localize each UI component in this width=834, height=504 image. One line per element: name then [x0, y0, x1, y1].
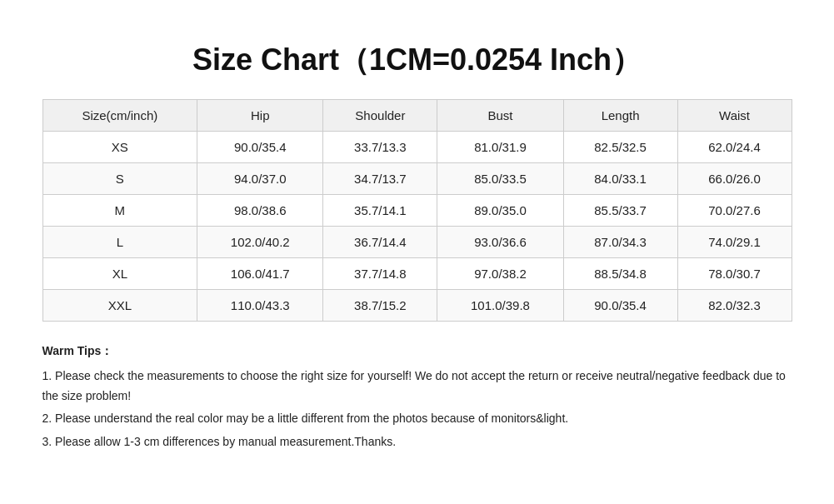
table-cell: 84.0/33.1 [563, 163, 677, 195]
table-cell: S [42, 163, 197, 195]
table-header-cell: Length [563, 100, 677, 132]
table-cell: 35.7/14.1 [323, 195, 437, 227]
table-row: M98.0/38.635.7/14.189.0/35.085.5/33.770.… [42, 195, 792, 227]
table-cell: 37.7/14.8 [323, 258, 437, 290]
table-header-row: Size(cm/inch)HipShoulderBustLengthWaist [42, 100, 792, 132]
table-row: XXL110.0/43.338.7/15.2101.0/39.890.0/35.… [42, 290, 792, 322]
table-row: S94.0/37.034.7/13.785.0/33.584.0/33.166.… [42, 163, 792, 195]
table-cell: 33.7/13.3 [323, 132, 437, 163]
table-cell: 38.7/15.2 [323, 290, 437, 322]
table-cell: 90.0/35.4 [563, 290, 677, 322]
table-cell: 70.0/27.6 [677, 195, 792, 227]
table-cell: 89.0/35.0 [437, 195, 563, 227]
table-cell: 94.0/37.0 [197, 163, 323, 195]
warm-tip-item: 3. Please allow 1-3 cm differences by ma… [42, 432, 792, 452]
warm-tip-item: 2. Please understand the real color may … [42, 409, 792, 429]
table-cell: 88.5/34.8 [563, 258, 677, 290]
table-cell: L [42, 227, 197, 258]
table-cell: 81.0/31.9 [437, 132, 563, 163]
table-cell: 74.0/29.1 [677, 227, 792, 258]
table-header-cell: Shoulder [323, 100, 437, 132]
page-title: Size Chart（1CM=0.0254 Inch） [42, 40, 792, 81]
table-cell: 98.0/38.6 [197, 195, 323, 227]
table-cell: 87.0/34.3 [563, 227, 677, 258]
table-row: XL106.0/41.737.7/14.897.0/38.288.5/34.87… [42, 258, 792, 290]
size-chart-table: Size(cm/inch)HipShoulderBustLengthWaist … [42, 99, 792, 322]
table-cell: 66.0/26.0 [677, 163, 792, 195]
table-cell: 62.0/24.4 [677, 132, 792, 163]
table-cell: M [42, 195, 197, 227]
main-container: Size Chart（1CM=0.0254 Inch） Size(cm/inch… [17, 23, 817, 481]
warm-tips-heading: Warm Tips： [42, 342, 792, 362]
table-header-cell: Size(cm/inch) [42, 100, 197, 132]
table-cell: XS [42, 132, 197, 163]
table-cell: 106.0/41.7 [197, 258, 323, 290]
table-cell: 36.7/14.4 [323, 227, 437, 258]
table-header-cell: Bust [437, 100, 563, 132]
table-header-cell: Waist [677, 100, 792, 132]
table-cell: 97.0/38.2 [437, 258, 563, 290]
table-body: XS90.0/35.433.7/13.381.0/31.982.5/32.562… [42, 132, 792, 322]
table-cell: XXL [42, 290, 197, 322]
table-cell: 34.7/13.7 [323, 163, 437, 195]
table-header-cell: Hip [197, 100, 323, 132]
table-cell: 101.0/39.8 [437, 290, 563, 322]
table-cell: 110.0/43.3 [197, 290, 323, 322]
table-cell: XL [42, 258, 197, 290]
table-row: L102.0/40.236.7/14.493.0/36.687.0/34.374… [42, 227, 792, 258]
table-cell: 82.5/32.5 [563, 132, 677, 163]
table-cell: 82.0/32.3 [677, 290, 792, 322]
table-cell: 78.0/30.7 [677, 258, 792, 290]
warm-tip-item: 1. Please check the measurements to choo… [42, 367, 792, 407]
table-cell: 93.0/36.6 [437, 227, 563, 258]
table-cell: 102.0/40.2 [197, 227, 323, 258]
table-cell: 85.5/33.7 [563, 195, 677, 227]
table-row: XS90.0/35.433.7/13.381.0/31.982.5/32.562… [42, 132, 792, 163]
table-cell: 90.0/35.4 [197, 132, 323, 163]
table-cell: 85.0/33.5 [437, 163, 563, 195]
warm-tips-section: Warm Tips： 1. Please check the measureme… [42, 342, 792, 452]
